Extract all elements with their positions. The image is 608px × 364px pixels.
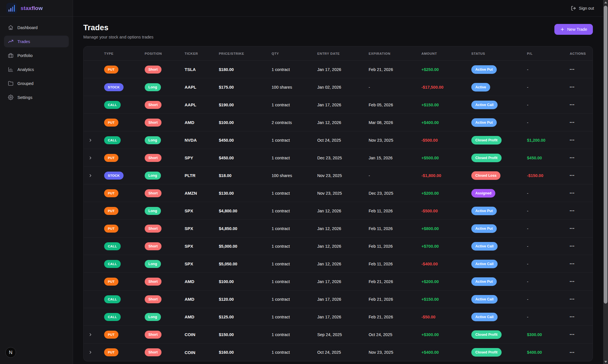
cell-price-strike: $120.00 — [212, 290, 265, 308]
sign-out-button[interactable]: Sign out — [571, 6, 594, 11]
status-badge: Closed Profit — [471, 136, 502, 145]
row-actions-menu-button[interactable]: ••• — [570, 121, 575, 124]
trade-row-coin: PUTShortCOIN$160.001 contractOct 24, 202… — [84, 343, 593, 361]
expand-row-button[interactable] — [88, 156, 93, 160]
scrollbar-down-arrow-icon[interactable] — [603, 359, 608, 364]
cell-entry-date: Jan 17, 2026 — [310, 273, 362, 290]
cell-pl: - — [520, 184, 563, 202]
staxflow-bars-logo-icon — [6, 3, 17, 14]
position-badge: Long — [145, 313, 161, 321]
new-trade-button[interactable]: New Trade — [554, 24, 593, 35]
cell-expander — [84, 290, 97, 308]
expand-row-button[interactable] — [88, 138, 93, 143]
cell-price-strike: $4,800.00 — [212, 202, 265, 219]
cell-amount: +$300.00 — [415, 326, 464, 343]
status-badge: Closed Profit — [471, 348, 502, 357]
cell-actions: ••• — [563, 131, 593, 149]
type-badge: CALL — [104, 295, 121, 303]
expand-row-button[interactable] — [88, 332, 93, 337]
row-actions-menu-button[interactable]: ••• — [570, 174, 575, 177]
row-actions-menu-button[interactable]: ••• — [570, 333, 575, 336]
cell-status: Active Put — [464, 114, 520, 131]
row-actions-menu-button[interactable]: ••• — [570, 139, 575, 142]
sidebar-item-portfolio[interactable]: Portfolio — [4, 50, 69, 61]
cell-expander — [84, 237, 97, 255]
status-badge: Active Put — [471, 118, 497, 127]
cell-price-strike: $125.00 — [212, 308, 265, 326]
trade-row-spx: CALLShortSPX$5,000.001 contractJan 12, 2… — [84, 237, 593, 255]
cell-amount: -$1,800.00 — [415, 167, 464, 184]
cell-type: PUT — [97, 149, 138, 166]
cell-position: Long — [138, 255, 178, 273]
scrollbar-thumb[interactable] — [604, 6, 607, 304]
table-body: PUTShortTSLA$180.001 contractJan 17, 202… — [84, 61, 593, 361]
cell-pl: -$150.00 — [520, 167, 563, 184]
cell-status: Active Put — [464, 273, 520, 290]
cell-expiration: Feb 05, 2026 — [362, 96, 415, 113]
cell-ticker: COIN — [178, 343, 212, 361]
position-badge: Long — [145, 172, 161, 180]
scrollbar-up-arrow-icon[interactable] — [603, 0, 608, 5]
cell-ticker: AMD — [178, 308, 212, 326]
row-actions-menu-button[interactable]: ••• — [570, 351, 575, 354]
row-actions-menu-button[interactable]: ••• — [570, 103, 575, 106]
row-actions-menu-button[interactable]: ••• — [570, 298, 575, 301]
cell-expiration: Jan 15, 2026 — [362, 149, 415, 166]
column-header-price-strike: PRICE/STRIKE — [212, 46, 265, 60]
chevron-right-icon — [88, 138, 93, 143]
cell-amount: +$400.00 — [415, 114, 464, 131]
cell-status: Active Call — [464, 237, 520, 255]
column-header-entry-date: ENTRY DATE — [310, 46, 362, 60]
sidebar-item-analytics[interactable]: Analytics — [4, 64, 69, 75]
cell-ticker: NVDA — [178, 131, 212, 149]
row-actions-menu-button[interactable]: ••• — [570, 68, 575, 71]
cell-entry-date: Jan 12, 2026 — [310, 114, 362, 131]
trade-row-spx: CALLLongSPX$5,050.001 contractJan 12, 20… — [84, 255, 593, 273]
sidebar-item-grouped[interactable]: Grouped — [4, 78, 69, 89]
position-badge: Short — [145, 189, 161, 197]
cell-pl: - — [520, 308, 563, 326]
sidebar-item-dashboard[interactable]: Dashboard — [4, 22, 69, 33]
row-actions-menu-button[interactable]: ••• — [570, 156, 575, 159]
trending-up-icon — [8, 39, 13, 44]
row-actions-menu-button[interactable]: ••• — [570, 245, 575, 248]
expand-row-button[interactable] — [88, 173, 93, 178]
row-actions-menu-button[interactable]: ••• — [570, 227, 575, 230]
type-badge: PUT — [104, 225, 118, 233]
sidebar-item-label: Trades — [17, 39, 30, 44]
cell-expiration: - — [362, 78, 415, 96]
cell-price-strike: $100.00 — [212, 114, 265, 131]
app-window: staxflow DashboardTradesPortfolioAnalyti… — [0, 0, 603, 364]
cell-pl: - — [520, 78, 563, 96]
cell-position: Short — [138, 96, 178, 113]
row-actions-menu-button[interactable]: ••• — [570, 315, 575, 318]
row-actions-menu-button[interactable]: ••• — [570, 209, 575, 212]
column-header-actions: ACTIONS — [563, 46, 593, 60]
expand-row-button[interactable] — [88, 350, 93, 355]
column-header-ticker: TICKER — [178, 46, 212, 60]
dev-overlay-badge[interactable]: N — [5, 347, 16, 358]
row-actions-menu-button[interactable]: ••• — [570, 262, 575, 265]
row-actions-menu-button[interactable]: ••• — [570, 86, 575, 89]
cell-expander — [84, 220, 97, 237]
row-actions-menu-button[interactable]: ••• — [570, 280, 575, 283]
cell-entry-date: Jan 12, 2026 — [310, 255, 362, 273]
row-actions-menu-button[interactable]: ••• — [570, 192, 575, 195]
sidebar-item-settings[interactable]: Settings — [4, 91, 69, 103]
sidebar-item-trades[interactable]: Trades — [4, 36, 69, 47]
cell-position: Long — [138, 78, 178, 96]
gear-icon — [8, 95, 13, 100]
cell-expiration: Feb 21, 2026 — [362, 61, 415, 78]
trade-row-spy: PUTShortSPY$450.001 contractDec 23, 2025… — [84, 149, 593, 167]
page-title: Trades — [83, 23, 153, 32]
cell-qty: 1 contract — [265, 326, 310, 343]
trade-row-amd: CALLLongAMD$125.001 contractJan 17, 2026… — [84, 308, 593, 326]
cell-position: Long — [138, 131, 178, 149]
cell-ticker: AMD — [178, 290, 212, 308]
position-badge: Short — [145, 278, 161, 286]
page-subtitle: Manage your stock and options trades — [83, 35, 153, 39]
vertical-scrollbar[interactable] — [603, 0, 608, 364]
app-logo: staxflow — [0, 0, 73, 17]
trade-row-spx: PUTShortSPX$4,850.001 contractJan 12, 20… — [84, 220, 593, 237]
trade-row-coin: PUTShortCOIN$150.001 contractSep 24, 202… — [84, 326, 593, 343]
